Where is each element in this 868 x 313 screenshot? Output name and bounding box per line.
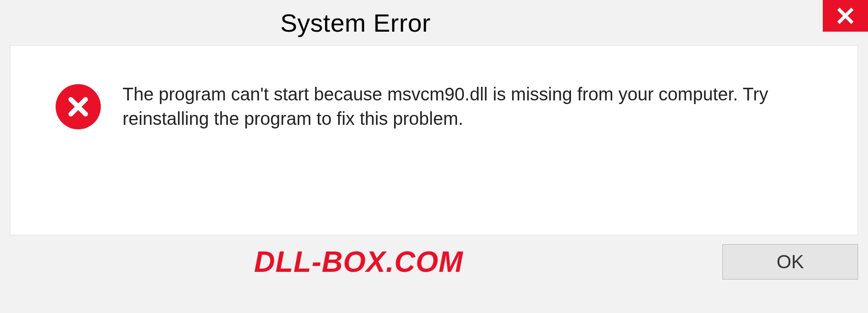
dialog-title: System Error <box>280 8 431 38</box>
error-icon <box>56 84 101 129</box>
footer: DLL-BOX.COM OK <box>0 235 868 280</box>
titlebar: System Error <box>0 0 868 45</box>
error-message: The program can't start because msvcm90.… <box>123 82 835 131</box>
ok-button-label: OK <box>777 251 804 273</box>
content-area: The program can't start because msvcm90.… <box>10 45 858 235</box>
ok-button[interactable]: OK <box>722 244 858 280</box>
close-icon <box>835 6 855 26</box>
close-button[interactable] <box>823 0 868 32</box>
watermark-text: DLL-BOX.COM <box>254 245 463 279</box>
